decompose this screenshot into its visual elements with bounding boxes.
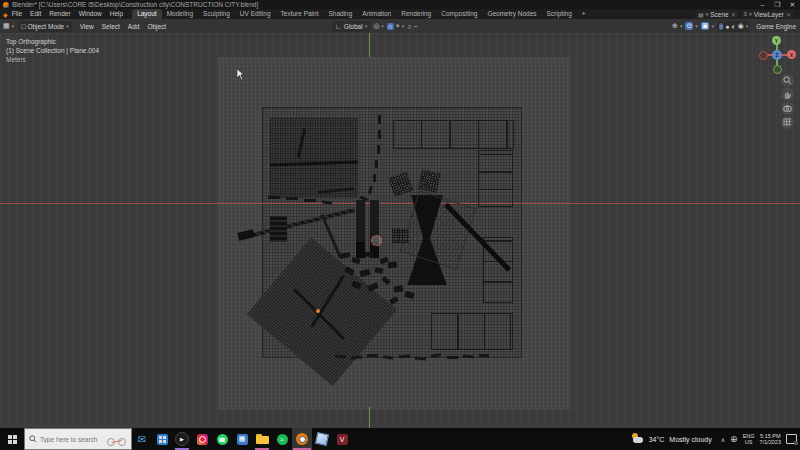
shading-solid-button[interactable]: ●: [725, 23, 729, 30]
tower-column[interactable]: [370, 200, 379, 258]
taskbar-instagram-icon[interactable]: [192, 428, 212, 450]
terrain-mesh-top-left[interactable]: [270, 118, 358, 198]
mode-dropdown[interactable]: □ Object Mode ▾: [18, 21, 72, 32]
taskbar-whatsapp-icon[interactable]: ☎: [212, 428, 232, 450]
magnet-snap-toggle[interactable]: ∩: [387, 23, 394, 30]
pan-button[interactable]: [781, 88, 794, 101]
tab-animation[interactable]: Animation: [357, 9, 396, 19]
menu-select[interactable]: Select: [98, 23, 124, 30]
shading-wireframe-button[interactable]: ○: [719, 23, 723, 30]
taskbar-store-icon[interactable]: [152, 428, 172, 450]
tab-compositing[interactable]: Compositing: [436, 9, 482, 19]
tab-modeling[interactable]: Modeling: [162, 9, 198, 19]
tab-layout[interactable]: Layout: [132, 9, 162, 19]
taskbar-search[interactable]: [24, 428, 132, 450]
shading-rendered-button[interactable]: ◉: [738, 22, 744, 30]
minimize-button[interactable]: –: [755, 0, 770, 9]
gizmo-x-axis[interactable]: X: [787, 50, 796, 59]
taskbar-spotify-icon[interactable]: ≈: [272, 428, 292, 450]
tab-uv-editing[interactable]: UV Editing: [235, 9, 276, 19]
3d-viewport[interactable]: Top Orthographic (1) Scene Collection | …: [0, 33, 800, 428]
chevron-down-icon: ▾: [66, 23, 69, 29]
weather-condition[interactable]: Mostly cloudy: [669, 436, 711, 443]
terrain-crack: [311, 275, 345, 327]
pivot-dropdown[interactable]: ◎ ▾: [373, 22, 384, 30]
y-axis-line: [369, 33, 370, 57]
debris-block[interactable]: [365, 252, 374, 258]
taskbar-calculator-icon[interactable]: ▦: [232, 428, 252, 450]
menu-view[interactable]: View: [76, 23, 98, 30]
tab-scripting[interactable]: Scripting: [542, 9, 577, 19]
scaffold-frame-bottom-right[interactable]: [431, 313, 513, 350]
camera-view-button[interactable]: [781, 102, 794, 115]
navigation-gizmo[interactable]: Y X Z: [755, 33, 800, 78]
gizmo-dropdown[interactable]: ⊕ ▾: [672, 22, 682, 30]
proportional-edit-toggle[interactable]: ○: [407, 23, 411, 30]
orientation-dropdown[interactable]: ∟ Global ▾: [332, 21, 370, 32]
scene-unlink-icon[interactable]: ✕: [731, 11, 736, 18]
menu-help[interactable]: Help: [106, 9, 127, 19]
start-button[interactable]: [0, 428, 24, 450]
close-button[interactable]: ✕: [785, 0, 800, 9]
menu-window[interactable]: Window: [75, 9, 106, 19]
search-input[interactable]: [40, 436, 106, 443]
chevron-down-icon: ▾: [365, 23, 368, 29]
menu-edit[interactable]: Edit: [26, 9, 45, 19]
tab-rendering[interactable]: Rendering: [396, 9, 436, 19]
action-center-icon[interactable]: [786, 434, 797, 444]
tab-geometry-nodes[interactable]: Geometry Nodes: [482, 9, 541, 19]
shading-material-button[interactable]: ◐: [731, 23, 735, 30]
debris-block[interactable]: [388, 262, 397, 269]
taskbar-blender-icon[interactable]: [292, 428, 312, 450]
perspective-toggle-button[interactable]: [781, 116, 794, 129]
taskbar-file-explorer-icon[interactable]: [252, 428, 272, 450]
menu-render[interactable]: Render: [45, 9, 74, 19]
hatched-panel[interactable]: [418, 169, 441, 193]
menu-object[interactable]: Object: [143, 23, 170, 30]
falloff-icon[interactable]: ~: [414, 23, 418, 30]
viewlayer-selector[interactable]: ≡ ▾ ViewLayer ✕: [741, 10, 794, 19]
chevron-down-icon: ▾: [680, 23, 683, 29]
viewlayer-unlink-icon[interactable]: ✕: [786, 11, 791, 18]
road-dash: [378, 130, 381, 139]
taskbar-movies-icon[interactable]: ▶: [172, 428, 192, 450]
network-globe-icon[interactable]: ⊕: [730, 434, 738, 444]
y-axis-line: [369, 407, 370, 428]
datablock-selectors: ▤ ▾ Scene ✕ ≡ ▾ ViewLayer ✕: [695, 10, 794, 19]
crane-tower[interactable]: [270, 216, 287, 242]
menu-file[interactable]: File: [8, 9, 26, 19]
zoom-button[interactable]: [781, 74, 794, 87]
proportional-edit-controls: ○ ~: [407, 23, 417, 30]
viewport-header: ▦ ▾ □ Object Mode ▾ View Select Add Obje…: [0, 19, 800, 34]
scaffold-frame-top[interactable]: [393, 120, 514, 149]
active-collection: (1) Scene Collection | Plane.004: [6, 46, 99, 55]
language-indicator[interactable]: ENG US: [743, 433, 755, 445]
tower-column[interactable]: [356, 200, 365, 258]
tab-texture-paint[interactable]: Texture Paint: [276, 9, 324, 19]
camera-icon: [783, 104, 792, 113]
tab-sculpting[interactable]: Sculpting: [198, 9, 235, 19]
menu-add[interactable]: Add: [124, 23, 144, 30]
editor-type-dropdown[interactable]: ▦ ▾: [3, 22, 14, 30]
scene-selector[interactable]: ▤ ▾ Scene ✕: [695, 10, 739, 19]
overlays-dropdown[interactable]: ⊙ ▾: [685, 22, 697, 30]
gizmo-x-negative[interactable]: [759, 51, 768, 60]
tab-shading[interactable]: Shading: [323, 9, 357, 19]
snap-target-icon[interactable]: ⌖: [396, 22, 400, 30]
clock[interactable]: 5:15 PM 7/1/2023: [760, 433, 781, 445]
maximize-button[interactable]: ❐: [770, 0, 785, 9]
taskbar-mail-icon[interactable]: ✉: [132, 428, 152, 450]
gizmo-y-axis[interactable]: Y: [772, 36, 781, 45]
road-dash: [375, 160, 378, 168]
gizmo-z-axis[interactable]: Z: [772, 50, 782, 60]
weather-temperature[interactable]: 34°C: [649, 436, 665, 443]
taskbar-paint3d-icon[interactable]: [312, 428, 332, 450]
scaffold-frame-right-upper[interactable]: [478, 150, 513, 207]
add-workspace-button[interactable]: +: [577, 9, 591, 19]
gizmo-y-negative[interactable]: [773, 65, 782, 74]
title-bar: Blender* [C:\Users\CORE i5\Desktop\Const…: [0, 0, 800, 9]
taskbar-v-app-icon[interactable]: V: [332, 428, 352, 450]
x-axis-line: [0, 203, 800, 204]
xray-toggle[interactable]: ▣ ▾: [701, 22, 714, 30]
hidden-icons-chevron[interactable]: ∧: [721, 436, 725, 443]
